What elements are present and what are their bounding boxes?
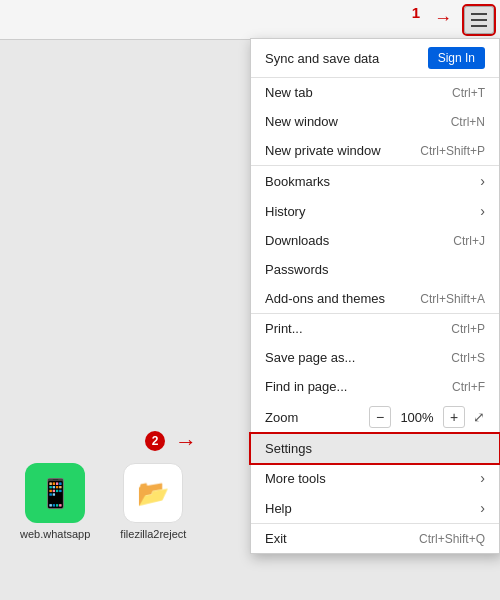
new-tabs-section: New tab Ctrl+T New window Ctrl+N New pri… xyxy=(251,78,499,166)
menu-item-new-tab[interactable]: New tab Ctrl+T xyxy=(251,78,499,107)
whatsapp-emoji: 📱 xyxy=(38,477,73,510)
menu-item-help[interactable]: Help › xyxy=(251,493,499,523)
menu-item-addons[interactable]: Add-ons and themes Ctrl+Shift+A xyxy=(251,284,499,313)
menu-item-downloads[interactable]: Downloads Ctrl+J xyxy=(251,226,499,255)
filezilla-label: filezilla2reject xyxy=(120,528,186,540)
filezilla-icon-box: 📂 xyxy=(123,463,183,523)
arrow-annotation-1: → xyxy=(434,8,452,29)
step-2-label: 2 xyxy=(145,431,165,451)
sign-in-button[interactable]: Sign In xyxy=(428,47,485,69)
sync-label: Sync and save data xyxy=(265,51,379,66)
menu-item-new-private-window[interactable]: New private window Ctrl+Shift+P xyxy=(251,136,499,165)
zoom-row: Zoom − 100% + ⤢ xyxy=(251,401,499,433)
filezilla-emoji: 📂 xyxy=(137,478,169,509)
page-tools-section: Print... Ctrl+P Save page as... Ctrl+S F… xyxy=(251,314,499,434)
more-tools-label: More tools xyxy=(265,471,326,486)
sync-row: Sync and save data Sign In xyxy=(251,39,499,77)
browser-dropdown-menu: Sync and save data Sign In New tab Ctrl+… xyxy=(250,38,500,554)
step-1-label: 1 xyxy=(412,4,420,21)
filezilla-icon-item[interactable]: 📂 filezilla2reject xyxy=(120,463,186,540)
menu-item-settings[interactable]: Settings xyxy=(251,434,499,463)
menu-item-exit[interactable]: Exit Ctrl+Shift+Q xyxy=(251,524,499,553)
whatsapp-icon-box: 📱 xyxy=(25,463,85,523)
browser-toolbar xyxy=(0,0,500,40)
zoom-value: 100% xyxy=(399,410,435,425)
whatsapp-label: web.whatsapp xyxy=(20,528,90,540)
whatsapp-icon-item[interactable]: 📱 web.whatsapp xyxy=(20,463,90,540)
menu-item-print[interactable]: Print... Ctrl+P xyxy=(251,314,499,343)
zoom-out-button[interactable]: − xyxy=(369,406,391,428)
menu-bar-2 xyxy=(471,19,487,21)
menu-item-bookmarks[interactable]: Bookmarks › xyxy=(251,166,499,196)
zoom-label: Zoom xyxy=(265,410,361,425)
menu-item-more-tools[interactable]: More tools › xyxy=(251,463,499,493)
menu-bar-1 xyxy=(471,13,487,15)
menu-item-history[interactable]: History › xyxy=(251,196,499,226)
settings-section: Settings More tools › Help › xyxy=(251,434,499,524)
exit-section: Exit Ctrl+Shift+Q xyxy=(251,524,499,553)
sync-section: Sync and save data Sign In xyxy=(251,39,499,78)
menu-item-save-page[interactable]: Save page as... Ctrl+S xyxy=(251,343,499,372)
hamburger-menu-button[interactable] xyxy=(464,6,494,34)
arrow-annotation-2: → xyxy=(175,429,197,455)
app-icon-bar: 📱 web.whatsapp 📂 filezilla2reject xyxy=(20,463,186,540)
nav-section: Bookmarks › History › Downloads Ctrl+J P… xyxy=(251,166,499,314)
zoom-in-button[interactable]: + xyxy=(443,406,465,428)
menu-item-passwords[interactable]: Passwords xyxy=(251,255,499,284)
menu-bar-3 xyxy=(471,25,487,27)
menu-item-find[interactable]: Find in page... Ctrl+F xyxy=(251,372,499,401)
menu-item-new-window[interactable]: New window Ctrl+N xyxy=(251,107,499,136)
fullscreen-button[interactable]: ⤢ xyxy=(473,409,485,425)
